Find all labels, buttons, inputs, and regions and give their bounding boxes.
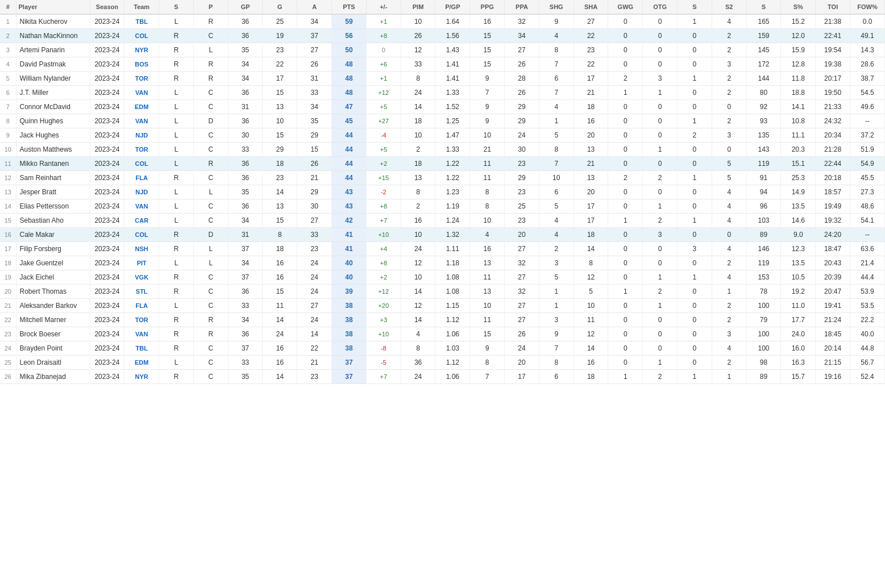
cell-fow: 14.3 (850, 43, 885, 57)
cell-rank: 17 (0, 242, 16, 256)
cell-pts: 40 (332, 270, 367, 285)
cell-season: 2023-24 (90, 228, 124, 242)
cell-spct: 11.1 (781, 128, 816, 143)
cell-toi: 21:24 (816, 313, 850, 327)
cell-pim: 12 (401, 256, 435, 270)
cell-hand-s: R (159, 57, 194, 72)
cell-rank: 7 (0, 100, 16, 114)
cell-season: 2023-24 (90, 256, 124, 270)
cell-pgp: 1.08 (435, 270, 470, 285)
cell-s2: 0 (712, 228, 746, 242)
cell-hand-s: R (159, 370, 194, 384)
cell-rank: 13 (0, 185, 16, 199)
cell-sha: 22 (574, 29, 608, 43)
table-row: 9 Jack Hughes 2023-24 NJD L C 30 15 29 4… (0, 128, 885, 143)
cell-gwg: 0 (608, 29, 643, 43)
cell-pgp: 1.18 (435, 256, 470, 270)
table-row: 22 Mitchell Marner 2023-24 TOR R R 34 14… (0, 313, 885, 327)
cell-shots: 89 (746, 228, 781, 242)
cell-fow: 40.0 (850, 327, 885, 341)
cell-pim: 26 (401, 29, 435, 43)
cell-pm: +12 (366, 86, 401, 100)
cell-pts: 38 (332, 341, 367, 356)
cell-ppg: 16 (470, 242, 505, 256)
cell-s1: 0 (678, 256, 712, 270)
cell-g: 22 (263, 57, 297, 72)
cell-g: 15 (263, 86, 297, 100)
cell-pts: 45 (332, 114, 367, 128)
cell-gp: 36 (228, 29, 263, 43)
cell-pts: 59 (332, 14, 367, 29)
cell-gp: 34 (228, 256, 263, 270)
cell-sha: 11 (574, 313, 608, 327)
cell-name: Auston Matthews (16, 143, 90, 157)
cell-ppg: 15 (470, 43, 505, 57)
cell-pm: +7 (366, 370, 401, 384)
cell-s1: 1 (678, 370, 712, 384)
cell-fow: 37.2 (850, 128, 885, 143)
cell-ppa: 27 (505, 313, 539, 327)
cell-spct: 9.0 (781, 228, 816, 242)
cell-season: 2023-24 (90, 143, 124, 157)
cell-spct: 16.0 (781, 341, 816, 356)
cell-hand-p: D (193, 114, 228, 128)
cell-pim: 36 (401, 356, 435, 370)
cell-ppa: 29 (505, 114, 539, 128)
col-shg: SHG (539, 0, 574, 14)
cell-pim: 10 (401, 270, 435, 285)
table-row: 19 Jack Eichel 2023-24 VGK R C 37 16 24 … (0, 270, 885, 285)
table-row: 24 Brayden Point 2023-24 TBL R C 37 16 2… (0, 341, 885, 356)
cell-s2: 1 (712, 370, 746, 384)
cell-hand-p: C (193, 100, 228, 114)
cell-s2: 2 (712, 256, 746, 270)
cell-toi: 21:28 (816, 143, 850, 157)
cell-rank: 24 (0, 341, 16, 356)
cell-sha: 16 (574, 114, 608, 128)
cell-s1: 0 (678, 299, 712, 313)
cell-fow: 63.6 (850, 242, 885, 256)
cell-s1: 0 (678, 86, 712, 100)
cell-sha: 5 (574, 285, 608, 299)
cell-shg: 6 (539, 185, 574, 199)
cell-ppg: 11 (470, 313, 505, 327)
cell-s1: 0 (678, 228, 712, 242)
cell-toi: 21:33 (816, 100, 850, 114)
cell-gwg: 1 (608, 370, 643, 384)
cell-pm: +1 (366, 72, 401, 86)
cell-pts: 47 (332, 100, 367, 114)
cell-ppa: 23 (505, 185, 539, 199)
cell-pm: +10 (366, 228, 401, 242)
cell-hand-s: L (159, 199, 194, 214)
cell-pm: +3 (366, 313, 401, 327)
cell-s2: 2 (712, 29, 746, 43)
table-row: 12 Sam Reinhart 2023-24 FLA R C 36 23 21… (0, 171, 885, 185)
cell-pim: 12 (401, 43, 435, 57)
col-rank: # (0, 0, 16, 14)
cell-a: 24 (297, 270, 332, 285)
cell-pgp: 1.23 (435, 185, 470, 199)
cell-team: EDM (124, 100, 159, 114)
cell-gp: 34 (228, 57, 263, 72)
cell-spct: 18.8 (781, 86, 816, 100)
cell-ppg: 21 (470, 143, 505, 157)
cell-name: Jake Guentzel (16, 256, 90, 270)
cell-otg: 2 (643, 214, 678, 228)
cell-ppa: 26 (505, 86, 539, 100)
cell-team: VAN (124, 114, 159, 128)
cell-s1: 0 (678, 313, 712, 327)
cell-team: BOS (124, 57, 159, 72)
cell-s2: 2 (712, 43, 746, 57)
cell-gp: 34 (228, 72, 263, 86)
cell-shots: 119 (746, 256, 781, 270)
cell-spct: 12.3 (781, 242, 816, 256)
cell-a: 23 (297, 242, 332, 256)
cell-gwg: 2 (608, 171, 643, 185)
cell-hand-p: C (193, 143, 228, 157)
cell-name: Nathan MacKinnon (16, 29, 90, 43)
cell-a: 33 (297, 228, 332, 242)
cell-shg: 4 (539, 100, 574, 114)
cell-team: COL (124, 228, 159, 242)
cell-s2: 4 (712, 185, 746, 199)
cell-otg: 0 (643, 43, 678, 57)
cell-pm: +8 (366, 199, 401, 214)
